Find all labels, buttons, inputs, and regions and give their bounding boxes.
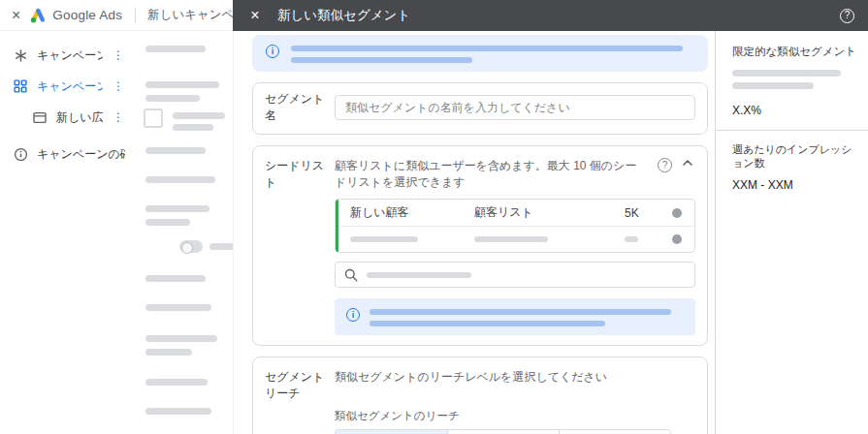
google-ads-logo: Google Ads [29, 8, 122, 23]
skeleton-box [144, 108, 163, 128]
search-icon [344, 268, 358, 282]
table-row[interactable]: 新しい顧客 顧客リスト 5K [336, 200, 694, 226]
table-row[interactable] [336, 226, 694, 252]
skeleton-column [136, 31, 237, 434]
segment-name-label: セグメント名 [265, 91, 335, 124]
segment-reach-description: 類似セグメントのリーチレベルを選択してください [335, 365, 695, 386]
segment-name-input[interactable] [335, 95, 695, 120]
skeleton-line [145, 205, 209, 212]
skeleton-line [209, 243, 235, 250]
info-circle-icon [13, 147, 28, 162]
grid-icon [13, 79, 28, 93]
toggle-switch[interactable] [179, 240, 203, 253]
seed-search-box[interactable] [335, 262, 695, 288]
search-placeholder-line [367, 272, 471, 278]
divider [716, 130, 868, 131]
skeleton-line [732, 82, 814, 89]
more-options-icon[interactable]: ⋮ [112, 48, 125, 62]
ad-icon [32, 111, 48, 124]
reach-sub-label: 類似セグメントのリーチ [335, 409, 695, 423]
seed-list-section: シードリスト 顧客リストに類似ユーザーを含めます。最大 10 個のシードリストを… [252, 145, 708, 346]
app-window: × Google Ads 新しいキャンペーン × 新しい類似セグメント ? キャ… [0, 0, 868, 434]
skeleton-line [173, 124, 213, 131]
banner-text-placeholder [291, 44, 694, 63]
logo-text: Google Ads [52, 8, 122, 22]
reach-option-limited[interactable]: 限定的 2.5% [336, 430, 447, 434]
info-icon: i [266, 45, 279, 58]
skeleton-line [145, 304, 211, 311]
segment-reach-label: セグメント リーチ [265, 365, 335, 402]
row-radio-icon[interactable] [672, 234, 682, 244]
sidebar-item-campaign-1[interactable]: キャンペーン 1 ⋮ [0, 71, 130, 102]
impressions-value: XXM - XXM [732, 178, 868, 192]
campaign-spark-icon [13, 48, 28, 63]
impressions-label: 週あたりのインプレッション数 [732, 142, 868, 170]
more-options-icon[interactable]: ⋮ [112, 110, 125, 124]
skeleton-line [145, 147, 206, 154]
cell-placeholder [350, 236, 474, 242]
summary-title: 限定的な類似セグメント [732, 45, 868, 59]
chevron-up-icon[interactable] [682, 157, 693, 169]
info-icon: i [346, 308, 360, 322]
skeleton-line [145, 46, 206, 52]
sidebar-item-label: 新しい広告 1 [56, 109, 103, 126]
seed-info-box: i [335, 298, 695, 335]
close-icon[interactable]: × [12, 8, 20, 23]
skeleton-line [145, 81, 219, 88]
summary-percent: X.X% [732, 104, 868, 117]
skeleton-line [145, 275, 206, 282]
selection-indicator [336, 200, 338, 252]
top-bar: × Google Ads 新しいキャンペーン [0, 0, 233, 31]
modal-body: i セグメント名 シードリスト 顧客リストに類似ユーザーを含めます。最大 10 … [233, 31, 715, 434]
cell-customer-list: 顧客リスト [474, 204, 625, 221]
modal-close-icon[interactable]: × [246, 8, 264, 23]
reach-option-broad[interactable]: 広範 10% [559, 430, 670, 434]
seed-list-description: 顧客リストに類似ユーザーを含めます。最大 10 個のシードリストを選択できます [335, 154, 648, 191]
info-banner: i [252, 35, 708, 72]
left-nav: キャンペーン ⋮ キャンペーン 1 ⋮ 新しい広告 1 ⋮ キャンペーンの確認 [0, 32, 130, 434]
skeleton-line [732, 70, 841, 77]
segment-reach-section: セグメント リーチ 類似セグメントのリーチレベルを選択してください 類似セグメン… [252, 356, 708, 434]
sidebar-item-campaigns[interactable]: キャンペーン ⋮ [0, 40, 130, 71]
help-icon[interactable]: ? [658, 158, 672, 172]
cell-placeholder [474, 236, 625, 242]
sidebar-item-campaign-review[interactable]: キャンペーンの確認 [0, 139, 130, 170]
info-text-placeholder [370, 307, 684, 326]
skeleton-line [145, 379, 208, 386]
reach-options: 限定的 2.5% バランス重視 5% [335, 429, 671, 434]
skeleton-line [173, 112, 225, 119]
skeleton-line [145, 335, 217, 342]
summary-panel: 限定的な類似セグメント X.X% 週あたりのインプレッション数 XXM - XX… [715, 31, 868, 434]
skeleton-line [145, 95, 200, 102]
skeleton-line [145, 349, 192, 356]
cell-size: 5K [625, 206, 667, 220]
reach-option-balanced[interactable]: バランス重視 5% [447, 430, 559, 434]
cell-new-customer: 新しい顧客 [350, 204, 474, 221]
segment-name-section: セグメント名 [252, 82, 708, 135]
seed-list-table: 新しい顧客 顧客リスト 5K [335, 199, 695, 253]
row-radio-icon[interactable] [672, 208, 682, 218]
divider [135, 8, 136, 23]
modal-title: 新しい類似セグメント [277, 7, 840, 24]
sidebar-item-label: キャンペーン [37, 47, 103, 64]
modal-header: × 新しい類似セグメント ? [233, 0, 868, 31]
skeleton-line [145, 176, 215, 183]
help-icon[interactable]: ? [840, 9, 854, 23]
more-options-icon[interactable]: ⋮ [112, 79, 125, 93]
google-ads-logo-icon [29, 8, 47, 23]
sidebar-item-label: キャンペーン 1 [37, 78, 103, 95]
skeleton-line [145, 219, 190, 226]
skeleton-line [145, 408, 211, 415]
seed-list-label: シードリスト [265, 154, 335, 191]
sidebar-item-new-ad-1[interactable]: 新しい広告 1 ⋮ [0, 102, 130, 133]
cell-placeholder [625, 236, 667, 242]
sidebar-item-label: キャンペーンの確認 [37, 146, 125, 163]
